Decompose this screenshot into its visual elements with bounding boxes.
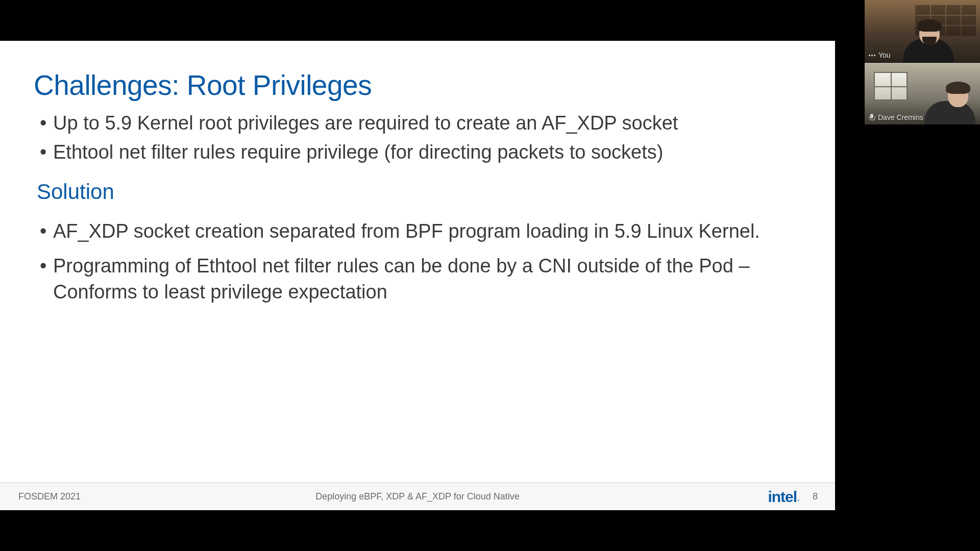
slide-body: Challenges: Root Privileges Up to 5.9 Ke… [0, 41, 835, 482]
window-shape [874, 72, 908, 101]
footer-event-name: FOSDEM 2021 [18, 491, 81, 502]
solution-bullet-list: AF_XDP socket creation separated from BP… [34, 218, 799, 304]
participant-name: You [878, 51, 891, 59]
bullet-item: AF_XDP socket creation separated from BP… [34, 218, 799, 244]
bullet-item: Up to 5.9 Kernel root privileges are req… [34, 111, 799, 136]
solution-subheading: Solution [37, 180, 799, 204]
page-number: 8 [813, 491, 818, 502]
microphone-icon [869, 114, 875, 121]
person-silhouette [919, 82, 980, 124]
slide-footer: FOSDEM 2021 Deploying eBPF, XDP & AF_XDP… [0, 482, 835, 510]
participant-tile[interactable]: Dave Cremins [865, 62, 980, 124]
more-options-icon[interactable] [869, 55, 875, 56]
slide-title: Challenges: Root Privileges [34, 69, 799, 102]
participant-tile-self[interactable]: You [865, 0, 980, 62]
participant-name: Dave Cremins [878, 113, 923, 121]
person-silhouette [898, 19, 959, 62]
bullet-item: Programming of Ethtool net filter rules … [34, 253, 799, 304]
viewport: Challenges: Root Privileges Up to 5.9 Ke… [0, 0, 980, 551]
participant-label: You [869, 51, 891, 59]
intel-logo: intel [768, 488, 798, 506]
footer-talk-title: Deploying eBPF, XDP & AF_XDP for Cloud N… [315, 491, 520, 502]
footer-right: intel 8 [768, 488, 818, 506]
bullet-item: Ethtool net filter rules require privile… [34, 140, 799, 165]
participant-tiles: You Dave Cremins [865, 0, 980, 124]
presentation-slide: Challenges: Root Privileges Up to 5.9 Ke… [0, 41, 835, 510]
challenge-bullet-list: Up to 5.9 Kernel root privileges are req… [34, 111, 799, 164]
participant-label: Dave Cremins [869, 113, 923, 121]
